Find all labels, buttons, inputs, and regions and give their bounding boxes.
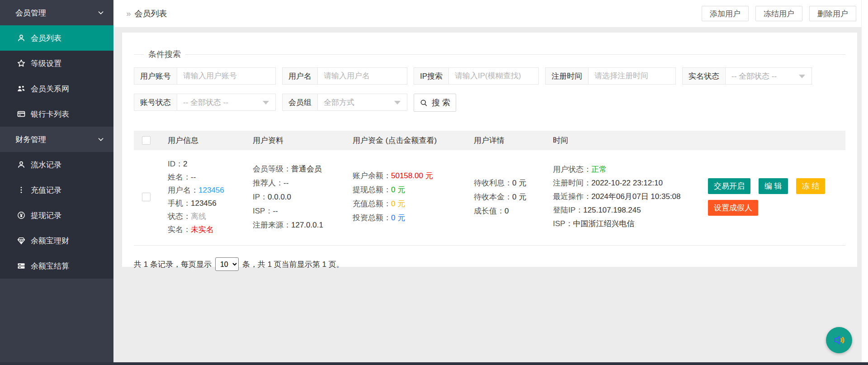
account-status-select[interactable]: -- 全部状态 -- bbox=[177, 94, 275, 110]
sidebar-item-label: 流水记录 bbox=[31, 160, 61, 170]
invest-total-amount[interactable]: 0 元 bbox=[391, 213, 405, 222]
pagination-prefix: 共 1 条记录，每页显示 bbox=[134, 259, 212, 270]
sidebar-group-finance-items: 流水记录 充值记录 提现记录 余额宝理财 余额宝结算 bbox=[0, 152, 113, 279]
freeze-button[interactable]: 冻 结 bbox=[796, 178, 826, 194]
user-id-value: 2 bbox=[183, 160, 187, 168]
member-group-select[interactable]: 全部方式 bbox=[318, 94, 407, 110]
sidebar-group-label: 会员管理 bbox=[15, 8, 46, 18]
ip-field-group: IP搜索 bbox=[414, 67, 539, 85]
sidebar-group-finance-management[interactable]: 财务管理 bbox=[0, 127, 113, 152]
sidebar-item-yuebao-finance[interactable]: 余额宝理财 bbox=[0, 228, 113, 253]
account-input[interactable] bbox=[177, 68, 275, 84]
field-label: ISP： bbox=[253, 207, 273, 215]
field-label: 投资总额： bbox=[353, 213, 391, 222]
search-legend: 条件搜索 bbox=[144, 49, 185, 60]
sidebar-group-label: 财务管理 bbox=[15, 134, 46, 145]
pagination-suffix: 条，共 1 页当前显示第 1 页。 bbox=[242, 259, 344, 270]
field-label: 手机： bbox=[168, 199, 191, 208]
dots-icon bbox=[16, 185, 26, 195]
field-label: 登陆IP： bbox=[553, 206, 583, 214]
realname-status-select[interactable]: -- 全部状态 -- bbox=[726, 68, 811, 84]
search-fieldset: 条件搜索 用户账号 用户名 IP搜索 注册时间 实名状态 -- 全部状态 bbox=[134, 54, 845, 112]
trade-open-button[interactable]: 交易开启 bbox=[708, 178, 750, 194]
col-user-info: 用户信息 bbox=[168, 135, 253, 146]
username-field-group: 用户名 bbox=[282, 67, 407, 85]
username-input[interactable] bbox=[318, 68, 407, 84]
row-checkbox[interactable] bbox=[142, 193, 151, 201]
table-row: ID：2 姓名：-- 用户名：123456 手机：123456 状态：离线 实名… bbox=[134, 150, 845, 246]
login-isp-value: 中国浙江绍兴电信 bbox=[573, 219, 634, 228]
sidebar-group-member-items: 会员列表 等级设置 会员关系网 银行卡列表 bbox=[0, 25, 113, 127]
set-fake-button[interactable]: 设置成假人 bbox=[708, 200, 758, 216]
search-row-1: 用户账号 用户名 IP搜索 注册时间 实名状态 -- 全部状态 -- bbox=[134, 67, 845, 85]
field-label: 会员等级： bbox=[253, 165, 291, 173]
select-all-checkbox[interactable] bbox=[142, 136, 151, 145]
withdraw-total-amount[interactable]: 0 元 bbox=[391, 185, 405, 194]
balance-amount[interactable]: 50158.00 元 bbox=[391, 171, 433, 180]
sidebar-item-label: 余额宝结算 bbox=[31, 261, 69, 271]
field-label: 最近操作： bbox=[553, 192, 591, 201]
reg-source-value: 127.0.0.1 bbox=[291, 221, 323, 229]
field-label: 成长值： bbox=[474, 207, 505, 215]
account-status-label: 账号状态 bbox=[134, 94, 177, 110]
field-label: 注册时间： bbox=[553, 179, 591, 187]
add-user-button[interactable]: 添加用户 bbox=[702, 6, 749, 21]
window-bottom-edge bbox=[0, 362, 868, 365]
chevron-down-icon bbox=[97, 9, 104, 16]
breadcrumb-separator: » bbox=[126, 9, 131, 19]
sound-fab-button[interactable] bbox=[826, 327, 852, 353]
volume-icon bbox=[832, 333, 846, 347]
sidebar-item-label: 银行卡列表 bbox=[31, 109, 69, 119]
cell-user-profile: 会员等级：普通会员 推荐人：-- IP：0.0.0.0 ISP：-- 注册来源：… bbox=[253, 162, 353, 232]
sidebar-item-withdraw-records[interactable]: 提现记录 bbox=[0, 203, 113, 228]
field-label: 用户状态： bbox=[553, 165, 591, 174]
realname-status-value: -- 全部状态 -- bbox=[731, 71, 777, 81]
star-icon bbox=[16, 58, 26, 68]
phone-value: 123456 bbox=[191, 199, 217, 208]
recharge-total-amount[interactable]: 0 元 bbox=[391, 199, 405, 208]
sidebar-item-member-network[interactable]: 会员关系网 bbox=[0, 76, 113, 101]
breadcrumb: 会员列表 bbox=[135, 8, 167, 19]
chevron-down-icon bbox=[97, 136, 104, 143]
growth-value: 0 bbox=[505, 207, 509, 215]
sidebar-item-member-list[interactable]: 会员列表 bbox=[0, 25, 113, 51]
field-label: ID： bbox=[168, 160, 183, 168]
field-label: 用户名： bbox=[168, 186, 198, 194]
col-time: 时间 bbox=[553, 135, 703, 146]
page-size-select[interactable]: 10 bbox=[215, 257, 239, 271]
topbar-actions: 添加用户 冻结用户 删除用户 bbox=[695, 6, 856, 21]
cell-user-funds: 账户余额：50158.00 元 提现总额：0 元 充值总额：0 元 投资总额：0… bbox=[353, 169, 474, 225]
search-row-2: 账号状态 -- 全部状态 -- 会员组 全部方式 搜 索 bbox=[134, 94, 845, 112]
account-field-group: 用户账号 bbox=[134, 67, 276, 85]
username-link[interactable]: 123456 bbox=[198, 186, 224, 194]
member-group-field-group: 会员组 全部方式 bbox=[282, 94, 407, 111]
col-user-details: 用户详情 bbox=[474, 135, 553, 146]
sidebar-item-flow-records[interactable]: 流水记录 bbox=[0, 152, 113, 177]
ip-value: 0.0.0.0 bbox=[268, 193, 291, 201]
pagination: 共 1 条记录，每页显示 10 条，共 1 页当前显示第 1 页。 bbox=[134, 257, 845, 271]
member-group-value: 全部方式 bbox=[324, 97, 354, 108]
field-label: 姓名： bbox=[168, 173, 191, 181]
sidebar-group-member-management[interactable]: 会员管理 bbox=[0, 0, 113, 25]
cell-user-info: ID：2 姓名：-- 用户名：123456 手机：123456 状态：离线 实名… bbox=[168, 157, 253, 236]
sidebar-item-bank-card-list[interactable]: 银行卡列表 bbox=[0, 101, 113, 127]
search-button[interactable]: 搜 索 bbox=[414, 94, 456, 112]
sidebar-item-yuebao-settlement[interactable]: 余额宝结算 bbox=[0, 253, 113, 279]
sidebar-item-level-settings[interactable]: 等级设置 bbox=[0, 51, 113, 76]
field-label: IP： bbox=[253, 193, 268, 201]
search-button-label: 搜 索 bbox=[432, 97, 450, 108]
delete-user-button[interactable]: 删除用户 bbox=[809, 6, 856, 21]
reg-time-field-group: 注册时间 bbox=[545, 67, 676, 85]
sidebar-item-label: 提现记录 bbox=[31, 210, 61, 221]
col-user-profile: 用户资料 bbox=[253, 135, 353, 146]
field-label: 待收利息： bbox=[474, 179, 512, 187]
sidebar-item-recharge-records[interactable]: 充值记录 bbox=[0, 177, 113, 203]
ip-search-input[interactable] bbox=[449, 68, 538, 84]
field-label: ISP： bbox=[553, 219, 573, 228]
scrollbar-track[interactable] bbox=[861, 0, 868, 362]
reg-time-input[interactable] bbox=[589, 68, 675, 84]
edit-button[interactable]: 编 辑 bbox=[759, 178, 788, 194]
online-status-value: 离线 bbox=[191, 212, 206, 221]
freeze-user-button[interactable]: 冻结用户 bbox=[755, 6, 802, 21]
real-name-value: -- bbox=[191, 173, 196, 181]
